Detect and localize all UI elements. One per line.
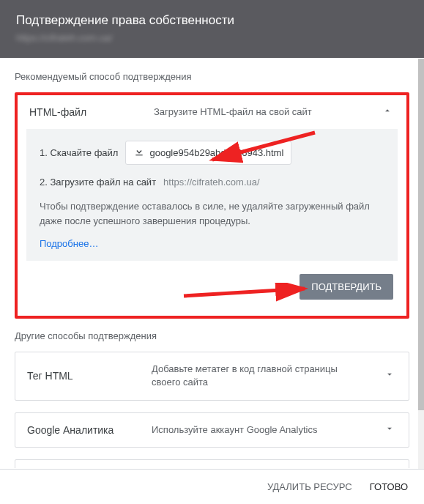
done-button[interactable]: ГОТОВО [370,481,408,492]
confirm-button[interactable]: ПОДТВЕРДИТЬ [300,274,393,300]
download-icon [133,146,145,160]
step-2: 2. Загрузите файл на сайт https://cifrat… [40,177,384,188]
google-tag-manager-card: Google Менеджер тегов Используйте свой а… [15,459,409,468]
google-analytics-card-header[interactable]: Google Аналитика Используйте аккаунт Goo… [15,413,409,447]
method-desc: Загрузите HTML-файл на свой сайт [154,105,365,119]
html-file-card: HTML-файл Загрузите HTML-файл на свой са… [15,92,409,319]
method-title: Google Аналитика [27,424,137,436]
html-file-card-header[interactable]: HTML-файл Загрузите HTML-файл на свой са… [18,95,406,129]
page-title: Подтверждение права собственности [16,13,408,28]
dialog-header: Подтверждение права собственности https:… [0,0,424,58]
other-methods-label: Другие способы подтверждения [15,330,409,341]
dialog-footer: УДАЛИТЬ РЕСУРС ГОТОВО [0,469,424,504]
download-filename: google954b29abd5886943.html [149,147,283,158]
google-analytics-card: Google Аналитика Используйте аккаунт Goo… [15,412,409,448]
method-desc: Используйте аккаунт Google Analytics [152,423,368,437]
step1-label: 1. Скачайте файл [40,147,118,158]
method-title: HTML-файл [29,106,139,118]
scrollbar-thumb[interactable] [418,59,424,410]
recommended-label: Рекомендуемый способ подтверждения [15,71,409,82]
step2-label: 2. Загрузите файл на сайт [40,177,156,188]
site-url-blurred: https://cifrateh.com.ua/ [16,32,408,43]
learn-more-link[interactable]: Подробнее… [40,238,98,249]
chevron-down-icon [382,369,397,382]
step-1: 1. Скачайте файл google954b29abd5886943.… [40,141,384,165]
method-title: Тег HTML [27,370,137,382]
remove-resource-button[interactable]: УДАЛИТЬ РЕСУРС [267,481,352,492]
download-button[interactable]: google954b29abd5886943.html [125,141,291,165]
step2-url: https://cifrateh.com.ua/ [163,177,260,188]
dialog-content: Рекомендуемый способ подтверждения HTML-… [0,58,424,468]
scrollbar-track[interactable] [418,59,424,469]
chevron-up-icon [380,105,395,119]
html-tag-card: Тег HTML Добавьте метатег в код главной … [15,352,409,400]
confirm-row: ПОДТВЕРДИТЬ [18,271,406,316]
google-tag-manager-card-header[interactable]: Google Менеджер тегов Используйте свой а… [15,460,409,468]
html-file-instructions: 1. Скачайте файл google954b29abd5886943.… [26,129,398,261]
retention-note: Чтобы подтверждение оставалось в силе, н… [40,199,384,228]
method-desc: Добавьте метатег в код главной страницы … [152,363,368,389]
html-tag-card-header[interactable]: Тег HTML Добавьте метатег в код главной … [15,352,409,399]
chevron-down-icon [382,423,397,437]
